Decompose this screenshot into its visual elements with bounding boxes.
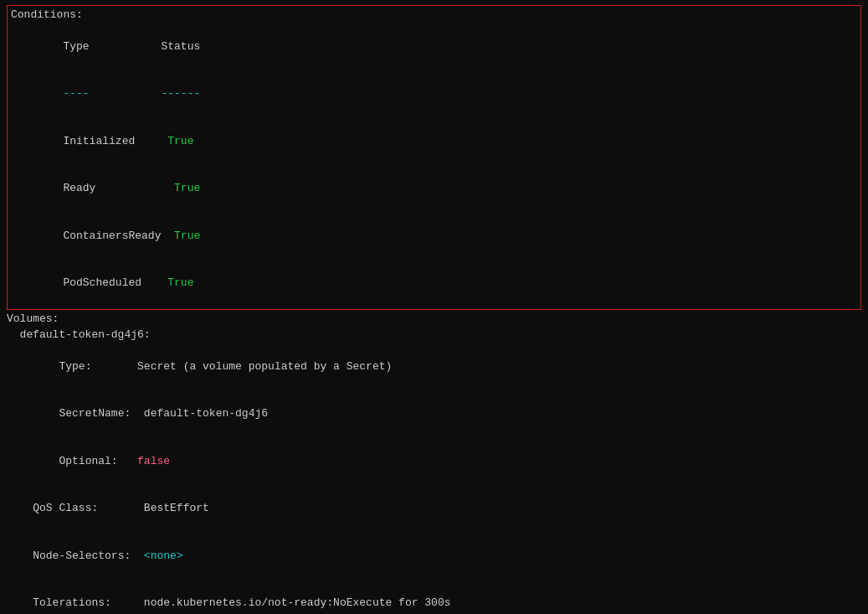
conditions-row-ready: Ready True: [11, 165, 857, 213]
conditions-title: Conditions:: [11, 8, 857, 23]
volumes-secret: SecretName: default-token-dg4j6: [7, 390, 861, 438]
terminal: Conditions: Type Status ---- ------ Init…: [0, 0, 868, 614]
node-selectors-line: Node-Selectors: <none>: [7, 533, 861, 580]
conditions-row-containers: ContainersReady True: [11, 213, 857, 261]
conditions-row-pod: PodScheduled True: [11, 261, 857, 308]
col-status: Status: [90, 40, 201, 53]
volumes-optional: Optional: false: [7, 438, 861, 486]
tolerations-label: Tolerations: node.kubernetes.io/not-read…: [7, 580, 861, 614]
col-type: Type: [50, 40, 90, 53]
conditions-row-initialized: Initialized True: [11, 118, 857, 166]
qos-line: QoS Class: BestEffort: [7, 485, 861, 533]
conditions-section: Conditions: Type Status ---- ------ Init…: [7, 5, 861, 310]
conditions-header: Type Status: [11, 23, 857, 71]
conditions-sep: ---- ------: [11, 70, 857, 118]
volumes-title: Volumes:: [7, 312, 861, 328]
volumes-name: default-token-dg4j6:: [7, 328, 861, 343]
volumes-type: Type: Secret (a volume populated by a Se…: [7, 343, 861, 391]
